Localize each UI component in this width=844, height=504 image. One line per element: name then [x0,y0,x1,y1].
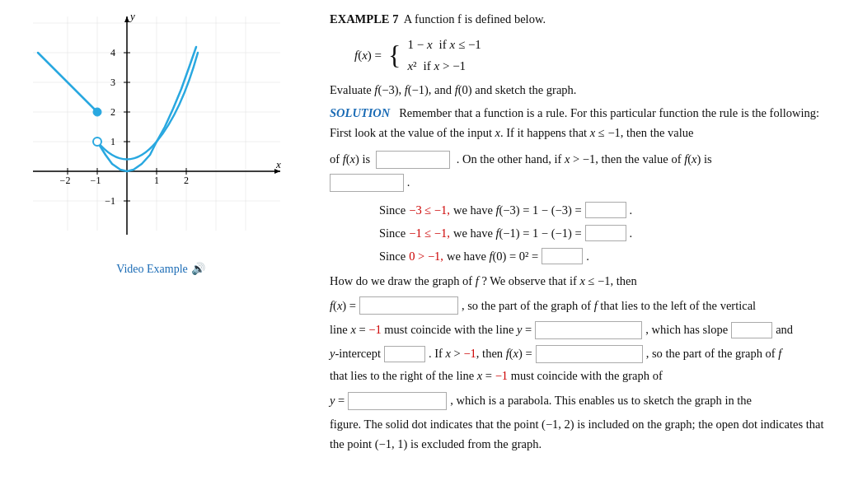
example-header: EXAMPLE 7 A function f is defined below. [330,10,828,30]
input-line-y[interactable] [535,321,642,339]
fx-label: f(x) = [354,45,382,65]
case1-expr: 1 − x [407,35,432,54]
case1: 1 − x if x ≤ −1 [407,35,481,54]
svg-text:2: 2 [110,106,115,118]
input-fx-right[interactable] [536,345,643,363]
solution-block: SOLUTION Remember that a function is a r… [330,104,828,143]
function-graph: −2 −1 1 2 −1 1 2 3 4 x y [8,8,305,247]
svg-marker-36 [124,16,129,22]
since-3-cond: 0 > −1, [409,245,443,267]
since-row-3: Since 0 > −1, we have f(0) = 0² = . [379,245,828,267]
case2: x² if x > −1 [407,56,481,76]
input-since-2[interactable] [585,225,626,241]
svg-text:−2: −2 [60,175,71,186]
since-row-2: Since −1 ≤ −1, we have f(−1) = 1 − (−1) … [379,222,828,244]
input-fx-gt[interactable] [330,174,404,192]
sol-text3-line: . [330,173,828,193]
graph-container: −2 −1 1 2 −1 1 2 3 4 x y [8,8,313,255]
left-panel: −2 −1 1 2 −1 1 2 3 4 x y [0,0,321,504]
case2-cond: if x > −1 [424,56,467,76]
svg-text:1: 1 [154,175,159,186]
example-intro: A function f is defined below. [404,12,546,26]
line-eq-block: line x = −1 must coincide with the line … [330,320,828,339]
y-eq-label: y = [330,391,345,410]
graph-text1: How do we draw the graph of f ? We obser… [330,272,828,292]
since-2-cond: −1 ≤ −1, [409,222,450,244]
since-block: Since −3 ≤ −1, we have f(−3) = 1 − (−3) … [379,199,828,267]
svg-text:−1: −1 [91,175,101,186]
figure-text: figure. The solid dot indicates that the… [330,415,828,455]
input-y-parabola[interactable] [348,392,447,410]
input-yint[interactable] [384,346,425,362]
parabola-text: , which is a parabola. This enables us t… [450,391,752,410]
svg-text:1: 1 [110,136,115,147]
right-text: that lies to the right of the line x = −… [330,366,828,386]
svg-point-38 [93,108,101,116]
since-2-dot: . [630,222,633,244]
brace: { [388,42,401,68]
piecewise-function: f(x) = { 1 − x if x ≤ −1 x² if x > −1 [354,35,828,76]
fx-eq-line: f(x) = , so the part of the graph of f t… [330,296,828,315]
svg-text:−1: −1 [105,195,115,207]
input-fx-form[interactable] [359,296,458,315]
evaluate-text: Evaluate f(−3), f(−1), and f(0) and sket… [330,81,828,100]
right-panel: EXAMPLE 7 A function f is defined below.… [321,0,844,504]
y-intercept-line: y-intercept . If x > −1, then f(x) = , s… [330,344,828,363]
svg-text:3: 3 [110,77,115,88]
svg-text:x: x [275,158,281,170]
line-text1: line x = −1 must coincide with the line … [330,320,532,339]
video-example-link[interactable]: Video Example 🔊 [116,262,205,276]
input-fx-leq[interactable] [376,151,450,169]
svg-text:4: 4 [110,47,115,58]
input-since-1[interactable] [585,202,626,218]
since-3-dot: . [586,245,589,267]
since-2-text: we have f(−1) = 1 − (−1) = [453,222,582,244]
input-since-3[interactable] [542,248,583,264]
speaker-icon: 🔊 [191,262,205,276]
since-3-prefix: Since [379,245,406,267]
example-label: EXAMPLE 7 [330,12,398,26]
video-example-label: Video Example [116,263,188,276]
piecewise-cases: 1 − x if x ≤ −1 x² if x > −1 [407,35,481,76]
input-slope[interactable] [731,322,772,338]
solution-label: SOLUTION [330,106,390,119]
case1-cond: if x ≤ −1 [439,35,481,54]
sol-text2-line: of f(x) is . On the other hand, if x > −… [330,150,828,170]
line-text3: and [776,320,793,339]
since-1-prefix: Since [379,199,406,221]
sol-text1: Remember that a function is a rule. For … [330,106,819,139]
yint-label: y-intercept [330,344,381,363]
y-eq-line: y = , which is a parabola. This enables … [330,391,828,410]
yint-text2: , so the part of the graph of f [646,344,782,363]
since-row-1: Since −3 ≤ −1, we have f(−3) = 1 − (−3) … [379,199,828,221]
svg-text:2: 2 [184,175,189,186]
fx-eq-label: f(x) = [330,296,356,315]
graph-text2: , so the part of the graph of f that lie… [462,296,756,315]
since-3-text: we have f(0) = 0² = [447,245,538,267]
svg-text:y: y [129,10,135,22]
case2-expr: x² [407,56,416,76]
since-1-text: we have f(−3) = 1 − (−3) = [453,199,582,221]
since-1-cond: −3 ≤ −1, [409,199,450,221]
yint-text: . If x > −1, then f(x) = [429,344,532,363]
since-2-prefix: Since [379,222,406,244]
since-1-dot: . [630,199,633,221]
svg-point-39 [93,138,101,146]
line-text2: , which has slope [645,320,728,339]
